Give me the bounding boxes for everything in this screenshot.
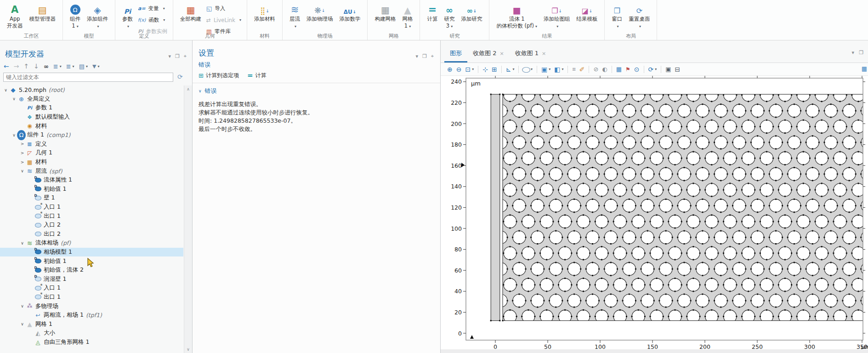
tree-scrollbar[interactable]: ∧ ∨ [184, 85, 192, 353]
panel-menu-icon[interactable]: ▾ [415, 53, 418, 59]
close-icon[interactable]: × [499, 51, 504, 57]
ribbon-item-add-component[interactable]: ◈添加组件▾ [84, 1, 111, 29]
ribbon-item-add-material[interactable]: ⣿↓添加材料 [251, 1, 278, 23]
tree-expander-icon[interactable]: ∨ [11, 133, 17, 137]
clear-selection-button[interactable]: ✐ [578, 64, 587, 74]
tree-expander-icon[interactable]: ∨ [19, 322, 25, 326]
tree-expander-icon[interactable]: ∨ [19, 304, 25, 308]
tree-node[interactable]: 出口 2 [0, 230, 183, 239]
ribbon-item-add-physics[interactable]: ❋↓添加物理场 [303, 1, 336, 23]
graphics-tab-2[interactable]: 收敛图 1× [510, 46, 552, 63]
pin-icon[interactable]: ⌖ [431, 53, 434, 59]
filter-input[interactable] [3, 73, 173, 82]
snapshot-button[interactable]: ▣ [664, 64, 673, 74]
tree-node[interactable]: ∨Ω组件 1(comp1) [0, 131, 183, 140]
ribbon-item-import[interactable]: ◱导入 [206, 3, 241, 14]
tree-node[interactable]: D初始值 1 [0, 185, 183, 194]
hide-objects-button[interactable]: ⊘ [591, 64, 600, 74]
float-icon[interactable]: ❐ [175, 53, 180, 59]
tree-expander-icon[interactable]: > [19, 142, 25, 146]
geometry[interactable] [490, 88, 868, 323]
tree-expander-icon[interactable]: ∨ [3, 88, 9, 92]
tree-node[interactable]: ◭大小 [0, 329, 183, 338]
ribbon-item-variables[interactable]: a=变量▾ [138, 3, 167, 14]
ribbon-item-app-builder[interactable]: AApp开发器 [4, 1, 26, 29]
zoom-in-button[interactable]: ⊕ [445, 64, 454, 74]
compute-to-selected-button[interactable]: ⊞ 计算到选定项 [199, 72, 239, 80]
ribbon-item-laminar-flow[interactable]: ≋层流▾ [286, 1, 303, 29]
tree-node[interactable]: ∨▲网格 1 [0, 319, 183, 329]
ribbon-item-add-math[interactable]: ΔU↓添加数学 [336, 1, 363, 23]
zoom-selected-button[interactable]: ⊙ [632, 64, 641, 74]
ribbon-item-model-manager[interactable]: ▤模型管理器 [26, 1, 59, 23]
ribbon-item-livelink[interactable]: ⇄LiveLink▾ [206, 14, 241, 26]
go-to-view-button[interactable]: ⊾▾ [504, 64, 516, 74]
zoom-extents-button[interactable]: ⊹ [481, 64, 490, 74]
scene-light-button[interactable]: ◯▾ [521, 64, 534, 74]
tree-node[interactable]: ◉材料 [0, 121, 183, 131]
move-down-button[interactable]: ↓ [34, 63, 39, 69]
tree-node[interactable]: D流体属性 1 [0, 176, 183, 185]
float-icon[interactable]: ❐ [859, 50, 863, 56]
tree-node[interactable]: D相场模型 1 [0, 248, 183, 257]
select-box-button[interactable]: ⌗ [570, 64, 577, 74]
zoom-box-button[interactable]: ⊡▾ [463, 64, 476, 74]
graphics-tab-1[interactable]: 收敛图 2× [467, 46, 510, 63]
refresh-icon[interactable]: ⟳ [177, 73, 183, 80]
tree-node[interactable]: *入口 1 [0, 203, 183, 212]
tree-node[interactable]: D润湿壁 1 [0, 274, 183, 284]
tree-node[interactable]: ∨⊕全局定义 [0, 95, 183, 104]
ribbon-item-add-plot-group[interactable]: ❐↓添加绘图组▾ [540, 1, 573, 29]
ribbon-item-compute[interactable]: =计算 [424, 1, 441, 23]
show-button[interactable]: ∞ [44, 63, 49, 69]
error-section-header[interactable]: ∨ 错误 [199, 87, 217, 95]
tree-node[interactable]: ∨≋流体相场(pf) [0, 239, 183, 248]
tree-node[interactable]: >▦材料 [0, 158, 183, 167]
tree-node[interactable]: D壁 1 [0, 194, 183, 203]
ribbon-item-build-all[interactable]: ▦全部构建 [177, 1, 204, 23]
tree-node[interactable]: ↩两相流，相场 1(tpf1) [0, 311, 183, 320]
tree-expander-icon[interactable]: ∨ [11, 97, 17, 101]
close-icon[interactable]: × [542, 51, 546, 57]
scroll-up-icon[interactable]: ∧ [187, 87, 190, 91]
zoom-out-button[interactable]: ⊖ [454, 64, 464, 74]
panel-menu-icon[interactable]: ▾ [852, 50, 855, 56]
tree-expander-icon[interactable]: > [19, 151, 25, 155]
ribbon-item-study[interactable]: ∞研究3▾ [441, 1, 458, 29]
geometry-plot[interactable]: 0501001502002503003500204060801001201401… [441, 76, 868, 353]
ribbon-item-build-mesh[interactable]: ▦构建网格 [371, 1, 399, 23]
tree-node[interactable]: ❖默认模型输入 [0, 113, 183, 122]
compute-button[interactable]: = 计算 [247, 72, 267, 80]
nav-forward-button[interactable]: → [14, 63, 19, 69]
update-button[interactable]: ⟳▾ [647, 64, 659, 74]
tree-node[interactable]: Pi参数 1 [0, 103, 183, 113]
ribbon-item-results-template[interactable]: ◪↓结果模板 [573, 1, 601, 23]
plot-svg[interactable]: 0501001502002503003500204060801001201401… [441, 76, 868, 353]
tree-expander-icon[interactable]: > [19, 160, 25, 165]
ribbon-item-reset-desktop[interactable]: ⟳重置桌面▾ [625, 1, 653, 29]
tree-node[interactable]: >≡定义 [0, 140, 183, 149]
ribbon-item-functions[interactable]: f(x)函数▾ [138, 14, 167, 26]
float-icon[interactable]: ❐ [422, 53, 427, 59]
tree-node[interactable]: *入口 1 [0, 284, 183, 293]
nav-back-button[interactable]: ← [4, 63, 9, 69]
tree-node[interactable]: 入口 2 [0, 221, 183, 230]
toolbar-overflow-icon[interactable]: ▦ [862, 65, 867, 72]
tree-node[interactable]: ∨⁂多物理场 [0, 302, 183, 311]
alerts-button[interactable]: ⚑ [624, 64, 632, 74]
expand-all-button[interactable]: ≣▾ [66, 63, 74, 69]
tree-node[interactable]: ◬自由三角形网格 1 [0, 338, 183, 347]
move-up-button[interactable]: ↑ [23, 63, 29, 69]
node-text-button[interactable]: ▤▾ [79, 63, 88, 69]
tree-node[interactable]: *出口 1 [0, 211, 183, 221]
scene-button[interactable]: ◧▾ [552, 64, 565, 74]
ribbon-item-volume-fraction[interactable]: ■流体 1的体积分数 (pf)▾ [493, 1, 540, 29]
ribbon-item-window[interactable]: ❐窗口▾ [608, 1, 625, 29]
collapse-all-button[interactable]: ≣▾ [53, 63, 62, 69]
tree-expander-icon[interactable]: ∨ [19, 169, 25, 173]
zoom-to-fit-button[interactable]: ⊞ [490, 64, 499, 74]
tree-node[interactable]: *出口 1 [0, 293, 183, 302]
tree-node[interactable]: ∨◆5.20.mph(root) [0, 85, 183, 95]
tree-node[interactable]: ∨≋层流(spf) [0, 166, 183, 176]
table-button[interactable]: ▦ [614, 64, 624, 74]
